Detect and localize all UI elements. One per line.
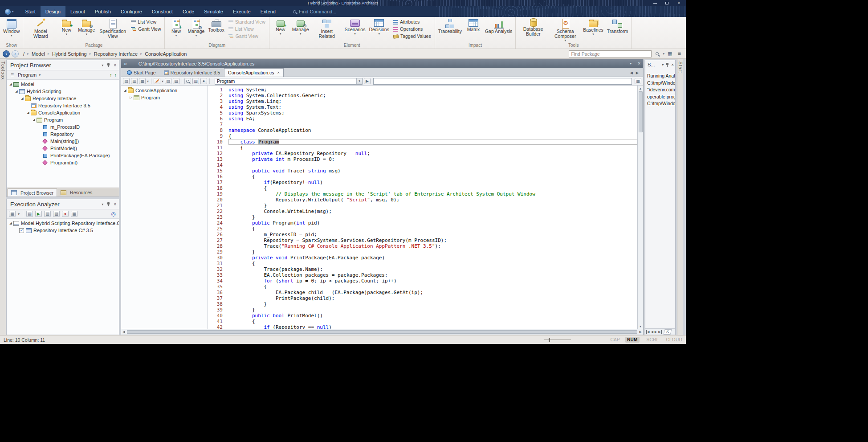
manage-button[interactable]: Manage▾ xyxy=(290,17,311,43)
output-tab[interactable]: S xyxy=(663,329,672,335)
recorder-icon[interactable]: ● xyxy=(62,211,69,217)
ribbon-tab-configure[interactable]: Configure xyxy=(116,6,147,17)
tagged-values-button[interactable]: Tagged Values xyxy=(392,33,432,39)
scroll-tabs-left-icon[interactable]: ◀ xyxy=(630,71,633,75)
traceability-button[interactable]: Traceability xyxy=(436,17,464,43)
manage-button[interactable]: Manage▾ xyxy=(76,17,97,43)
forward-button[interactable]: › xyxy=(12,50,19,57)
close-icon[interactable]: × xyxy=(671,62,674,67)
open-file-icon[interactable]: ▤ xyxy=(123,78,130,84)
caret-expanded-icon[interactable]: ◢ xyxy=(25,111,31,115)
structure-tree-item[interactable]: ◢ConsoleApplication xyxy=(121,87,208,94)
slider-thumb[interactable] xyxy=(549,338,550,342)
chevron-down-icon[interactable]: ▾ xyxy=(356,78,362,84)
workspace-layout-icon[interactable]: ▦ xyxy=(668,51,672,57)
specification-view-button[interactable]: Specification View xyxy=(97,17,129,43)
start-tab[interactable]: Start xyxy=(677,59,683,335)
project-tree-item[interactable]: ◢Hybrid Scripting xyxy=(7,88,119,95)
caret-expanded-icon[interactable]: ◢ xyxy=(8,82,13,86)
ribbon-tab-simulate[interactable]: Simulate xyxy=(199,6,228,17)
tab-consoleapplication-cs[interactable]: ConsoleApplication.cs× xyxy=(224,68,284,77)
pin-icon[interactable] xyxy=(665,62,669,67)
project-tree-item[interactable]: Main(string[]) xyxy=(7,138,119,145)
project-tree-item[interactable]: PrintModel() xyxy=(7,145,119,152)
ribbon-tab-code[interactable]: Code xyxy=(178,6,199,17)
caret-expanded-icon[interactable]: ◢ xyxy=(20,97,25,100)
close-icon[interactable]: × xyxy=(277,70,279,75)
indent-icon[interactable]: ▤ xyxy=(165,78,171,84)
caret-expanded-icon[interactable]: ◢ xyxy=(14,90,19,93)
structure-tree-item[interactable]: ▷Program xyxy=(121,94,208,101)
panel-menu-icon[interactable]: ▾ xyxy=(102,202,103,206)
panel-menu-icon[interactable]: ▾ xyxy=(662,63,664,67)
project-tree-item[interactable]: ◢Repository Interface xyxy=(7,95,119,102)
locate-element-icon[interactable]: ↑ xyxy=(110,72,112,78)
vertical-scrollbar[interactable]: ▲ ▼ xyxy=(637,86,643,329)
ribbon-tab-publish[interactable]: Publish xyxy=(90,6,116,17)
ribbon-tab-design[interactable]: Design xyxy=(41,6,65,17)
collapse-all-icon[interactable]: ↑ xyxy=(114,72,117,78)
prev-tab-icon[interactable]: ◀ xyxy=(651,330,653,334)
project-tree-item[interactable]: Repository xyxy=(7,131,119,138)
close-icon[interactable]: × xyxy=(114,202,116,207)
pin-icon[interactable] xyxy=(106,63,110,68)
find-command[interactable]: Find Command... xyxy=(293,6,336,17)
browser-hamburger-icon[interactable]: ≡ xyxy=(9,72,16,78)
chevron-down-icon[interactable]: ▾ xyxy=(630,61,632,65)
scroll-down-icon[interactable]: ▼ xyxy=(639,323,642,329)
project-tree-item[interactable]: ◢Model xyxy=(7,81,119,88)
app-menu-button[interactable]: ▾ xyxy=(1,6,18,17)
status-toggle-scrl[interactable]: SCRL xyxy=(647,337,659,342)
search-icon[interactable] xyxy=(656,52,659,55)
breadcrumb-item[interactable]: Repository Interface xyxy=(93,51,139,57)
new-button[interactable]: New▾ xyxy=(166,17,186,43)
edit-icon[interactable] xyxy=(154,78,160,84)
baselines-button[interactable]: Baselines▾ xyxy=(581,17,605,43)
goto-definition-icon[interactable]: ▶ xyxy=(364,78,371,84)
caret-expanded-icon[interactable]: ◢ xyxy=(122,89,128,92)
scroll-left-icon[interactable]: ◀ xyxy=(122,330,125,334)
target-icon[interactable]: ◎ xyxy=(110,211,117,217)
chevron-down-icon[interactable]: ▾ xyxy=(39,73,41,77)
horizontal-scrollbar[interactable]: ◀ ▶ xyxy=(121,329,643,335)
tab-project-browser[interactable]: Project Browser xyxy=(8,188,57,196)
debug-icon[interactable]: ▥ xyxy=(44,211,51,217)
scrollbar-thumb[interactable] xyxy=(639,91,643,132)
maximize-button[interactable] xyxy=(661,0,673,6)
breadcrumb-item[interactable]: Hybrid Scripting xyxy=(51,51,88,57)
analyzer-tree-item[interactable]: ◢Model.Hybrid Scripting.Repository Inter… xyxy=(7,220,119,227)
search-options-icon[interactable]: ▦ xyxy=(635,78,641,84)
find-package-input[interactable] xyxy=(569,50,652,57)
replace-icon[interactable]: ▥ xyxy=(192,78,199,84)
project-tree-item[interactable]: Program(int) xyxy=(7,159,119,166)
analyzer-views-icon[interactable]: ▦ xyxy=(9,211,16,217)
line-numbers-icon[interactable]: ▥ xyxy=(131,78,138,84)
zoom-slider[interactable] xyxy=(544,340,571,340)
project-tree-item[interactable]: PrintPackage(EA.Package) xyxy=(7,152,119,159)
scroll-right-icon[interactable]: ▶ xyxy=(640,330,642,334)
caret-expanded-icon[interactable]: ◢ xyxy=(8,221,13,225)
chevron-down-icon[interactable]: ▾ xyxy=(18,212,20,216)
bookmark-icon[interactable]: ● xyxy=(200,78,207,84)
close-icon[interactable]: × xyxy=(114,63,116,68)
overflow-chevron-icon[interactable]: » xyxy=(124,61,127,67)
database-builder-button[interactable]: Database Builder xyxy=(517,17,549,43)
ribbon-tab-execute[interactable]: Execute xyxy=(228,6,256,17)
ribbon-tab-construct[interactable]: Construct xyxy=(147,6,178,17)
attributes-button[interactable]: Attributes xyxy=(392,19,432,25)
model-wizard-button[interactable]: Model Wizard xyxy=(24,17,57,43)
scope-combo[interactable]: Program ▾ xyxy=(215,78,363,85)
testpoints-icon[interactable]: ▦ xyxy=(71,211,77,217)
project-tree-item[interactable]: Repository Interface 3.5 xyxy=(7,102,119,109)
close-button[interactable]: × xyxy=(673,0,685,6)
menu-icon[interactable]: ≡ xyxy=(677,50,681,57)
status-toggle-cloud[interactable]: CLOUD xyxy=(666,337,682,342)
close-icon[interactable]: × xyxy=(638,61,640,66)
profiler-icon[interactable]: ▨ xyxy=(53,211,60,217)
transform-button[interactable]: Transform xyxy=(605,17,630,43)
breadcrumb-item[interactable]: ConsoleApplication xyxy=(144,51,187,57)
gantt-view-button[interactable]: Gantt View xyxy=(130,26,162,32)
new-button[interactable]: New▾ xyxy=(271,17,290,43)
chevron-down-icon[interactable]: ▾ xyxy=(147,79,149,83)
status-toggle-num[interactable]: NUM xyxy=(625,337,640,343)
